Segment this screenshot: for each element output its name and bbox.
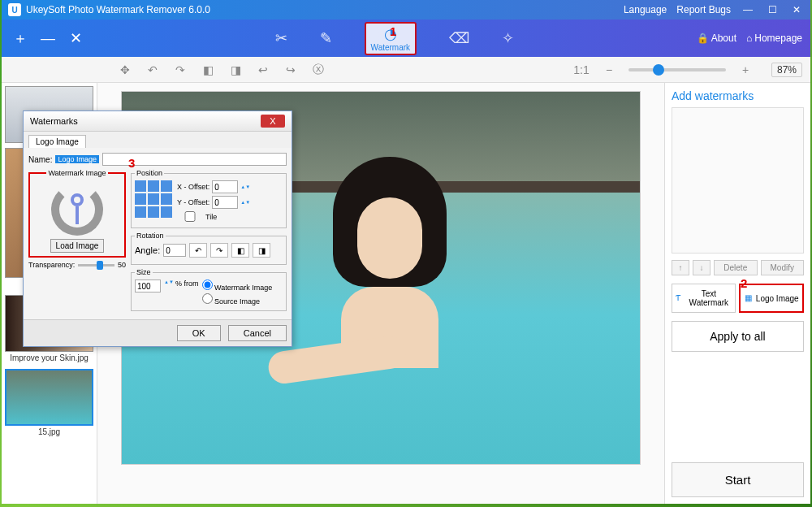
name-label: Name: <box>28 155 52 164</box>
image-icon: ▦ <box>744 293 754 303</box>
flip-h-icon[interactable]: ◧ <box>200 62 216 78</box>
zoom-slider[interactable] <box>628 68 726 72</box>
pin-icon: ✧ <box>502 29 514 47</box>
dialog-tab[interactable]: Logo Image <box>28 135 86 148</box>
load-image-button[interactable]: Load Image <box>50 239 105 253</box>
eraser-tool[interactable]: ⌫ <box>449 29 469 47</box>
rotate-left-icon[interactable]: ↶ <box>145 62 161 78</box>
transparency-label: Transparency: <box>28 261 75 269</box>
wm-image-legend: Watermark Image <box>46 169 107 177</box>
zoom-percent: 87% <box>771 63 802 77</box>
thumb-caption: Improve your Skin.jpg <box>5 352 93 364</box>
position-legend: Position <box>135 169 164 177</box>
modify-button[interactable]: Modify <box>761 260 805 275</box>
minimize-icon[interactable]: — <box>741 4 755 15</box>
cancel-button[interactable]: Cancel <box>228 325 287 341</box>
ok-button[interactable]: OK <box>177 325 221 341</box>
x-offset-label: X - Offset: <box>177 183 209 191</box>
transparency-slider[interactable] <box>78 264 114 266</box>
thumbnail-item[interactable]: 15.jpg <box>5 369 93 438</box>
dialog-titlebar[interactable]: Watermarks X <box>24 111 292 132</box>
thumb-image <box>5 369 93 426</box>
logo-image-button[interactable]: ▦Logo Image <box>739 284 805 313</box>
x-offset-input[interactable] <box>212 180 238 193</box>
size-spinner[interactable]: ▲▼ <box>164 280 172 284</box>
text-icon: Ƭ <box>674 293 682 303</box>
zoom-out-icon[interactable]: − <box>601 62 617 78</box>
rotation-legend: Rotation <box>135 232 166 240</box>
language-link[interactable]: Language <box>624 4 667 15</box>
text-watermark-button[interactable]: ƬText Watermark <box>672 284 736 313</box>
watermark-preview <box>672 107 804 254</box>
maximize-icon[interactable]: ☐ <box>765 4 780 15</box>
pct-from-label: % from <box>175 280 199 288</box>
crop-icon: ✂ <box>275 29 287 47</box>
zoom-thumb[interactable] <box>653 64 664 76</box>
y-offset-input[interactable] <box>212 196 238 209</box>
tile-checkbox[interactable] <box>177 211 203 222</box>
rotate-cw-icon[interactable]: ↷ <box>210 243 228 258</box>
watermark-image-group: Watermark Image Load Image <box>28 169 126 258</box>
size-legend: Size <box>135 268 153 276</box>
angle-label: Angle: <box>135 245 160 255</box>
app-title: UkeySoft Photo Watermark Remover 6.0.0 <box>26 4 624 15</box>
report-bugs-link[interactable]: Report Bugs <box>676 4 731 15</box>
transparency-value: 50 <box>118 261 126 269</box>
rotate-ccw-icon[interactable]: ↶ <box>189 243 207 258</box>
undo-icon[interactable]: ↩ <box>255 62 271 78</box>
minus-tab-icon[interactable]: — <box>37 28 58 49</box>
annotation-1: 1 <box>390 24 396 38</box>
annotation-3: 3 <box>128 156 135 170</box>
thumb-caption: 15.jpg <box>5 426 93 438</box>
dialog-close-icon[interactable]: X <box>261 115 285 128</box>
crop-tool[interactable]: ✂ <box>275 29 287 47</box>
titlebar-links: Language Report Bugs — ☐ ✕ <box>624 4 804 15</box>
name-field[interactable]: Logo Image <box>55 155 99 163</box>
position-group: Position X - Offset:▲▼ Y - Offset:▲▼ Til… <box>131 169 287 228</box>
homepage-link[interactable]: ⌂Homepage <box>746 32 802 44</box>
watermark-logo-preview <box>51 184 103 236</box>
y-spinner[interactable]: ▲▼ <box>240 200 248 205</box>
add-tab-icon[interactable]: ＋ <box>10 28 31 49</box>
lock-icon: 🔒 <box>697 32 709 44</box>
side-panel: Add watermarks ↑ ↓ Delete Modify ƬText W… <box>664 83 810 504</box>
rotation-group: Rotation Angle: ↶ ↷ ◧ ◨ <box>131 232 287 265</box>
brush-icon: ✎ <box>320 29 332 47</box>
redo-icon[interactable]: ↪ <box>283 62 299 78</box>
home-icon: ⌂ <box>746 32 752 44</box>
tile-label: Tile <box>205 213 217 221</box>
about-link[interactable]: 🔒About <box>697 32 736 44</box>
delete-button[interactable]: Delete <box>714 260 758 275</box>
apply-all-button[interactable]: Apply to all <box>672 321 804 352</box>
y-offset-label: Y - Offset: <box>177 198 209 206</box>
edit-toolbar: ✥ ↶ ↷ ◧ ◨ ↩ ↪ ⓧ 1:1 − + 87% <box>2 57 810 83</box>
titlebar: U UkeySoft Photo Watermark Remover 6.0.0… <box>2 0 810 20</box>
dialog-title: Watermarks <box>30 116 261 126</box>
size-group: Size ▲▼ % from Watermark Image Source Im… <box>131 268 287 311</box>
pin-tool[interactable]: ✧ <box>502 29 514 47</box>
zoom-in-icon[interactable]: + <box>737 62 754 78</box>
move-up-button[interactable]: ↑ <box>672 260 689 275</box>
brush-tool[interactable]: ✎ <box>320 29 332 47</box>
eraser-icon: ⌫ <box>449 29 469 47</box>
flip-h-icon[interactable]: ◧ <box>231 243 249 258</box>
size-input[interactable] <box>135 280 161 292</box>
flip-v-icon[interactable]: ◨ <box>253 243 270 258</box>
close-tab-icon[interactable]: ✕ <box>65 28 86 49</box>
start-button[interactable]: Start <box>672 462 804 497</box>
move-down-button[interactable]: ↓ <box>693 260 710 275</box>
angle-input[interactable] <box>163 244 186 257</box>
rotate-right-icon[interactable]: ↷ <box>172 62 188 78</box>
flip-v-icon[interactable]: ◨ <box>227 62 244 78</box>
side-heading: Add watermarks <box>672 89 804 102</box>
x-spinner[interactable]: ▲▼ <box>240 184 248 189</box>
position-grid[interactable] <box>135 180 172 218</box>
clear-icon[interactable]: ⓧ <box>310 62 326 78</box>
annotation-2: 2 <box>741 276 747 290</box>
move-icon[interactable]: ✥ <box>117 62 133 78</box>
ratio-button[interactable]: 1:1 <box>573 62 590 78</box>
app-logo-icon: U <box>8 3 21 16</box>
radio-watermark[interactable]: Watermark Image <box>202 280 273 292</box>
close-icon[interactable]: ✕ <box>789 4 804 15</box>
radio-source[interactable]: Source Image <box>202 293 273 306</box>
